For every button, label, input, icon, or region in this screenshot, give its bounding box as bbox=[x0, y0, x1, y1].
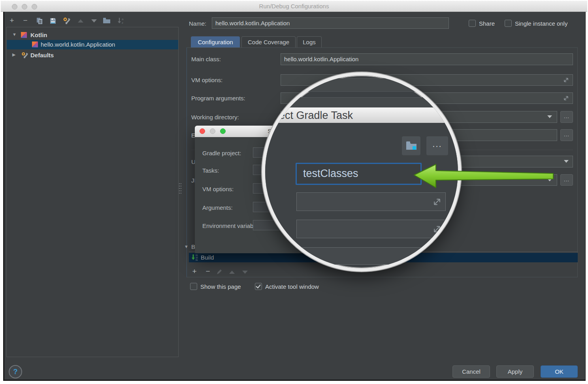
run-debug-configurations-window: Run/Debug Configurations + − az ▼ Kotlin bbox=[0, 0, 588, 384]
single-instance-label[interactable]: Single instance only bbox=[515, 20, 567, 27]
magnified-browse-button[interactable]: ... bbox=[426, 136, 448, 155]
dialog-vm-options-label: VM options: bbox=[202, 186, 234, 192]
tasks-label: Tasks: bbox=[202, 167, 219, 174]
program-arguments-label: Program arguments: bbox=[191, 95, 245, 102]
kotlin-icon bbox=[32, 41, 38, 49]
activate-tool-window-checkbox[interactable] bbox=[255, 283, 262, 290]
folder-group-icon[interactable] bbox=[102, 17, 111, 26]
tab-code-coverage[interactable]: Code Coverage bbox=[241, 36, 296, 48]
move-up-icon[interactable] bbox=[78, 19, 83, 23]
chevron-down-icon[interactable] bbox=[547, 115, 552, 118]
tree-item-label[interactable]: Kotlin bbox=[30, 32, 47, 38]
gradle-project-label: Gradle project: bbox=[202, 150, 241, 156]
single-instance-checkbox[interactable] bbox=[505, 20, 512, 27]
tree-item-defaults[interactable]: ▶ Defaults bbox=[7, 51, 178, 60]
tree-item-label[interactable]: hello.world.kotlin.Application bbox=[41, 41, 115, 48]
vm-options-label: VM options: bbox=[191, 77, 222, 83]
remove-configuration-button[interactable]: − bbox=[21, 17, 30, 25]
main-class-input[interactable]: hello.world.kotlin.Application bbox=[281, 53, 573, 65]
magnified-folder-button[interactable] bbox=[402, 136, 420, 155]
chevron-collapsed-icon[interactable]: ▶ bbox=[12, 52, 15, 57]
folder-icon bbox=[406, 141, 417, 150]
tree-item-label[interactable]: Defaults bbox=[30, 52, 54, 58]
show-this-page-checkbox[interactable] bbox=[190, 283, 197, 290]
before-launch-collapse-icon[interactable]: ▼ bbox=[184, 244, 188, 249]
ok-button[interactable]: OK bbox=[541, 365, 578, 378]
move-up-icon[interactable] bbox=[229, 271, 235, 274]
configurations-tree: ▼ Kotlin hello.world.kotlin.Application … bbox=[6, 27, 179, 357]
activate-tool-window-label[interactable]: Activate tool window bbox=[265, 283, 319, 290]
tab-configuration[interactable]: Configuration bbox=[191, 36, 240, 48]
chevron-expanded-icon[interactable]: ▼ bbox=[12, 32, 17, 37]
working-directory-label: Working directory: bbox=[191, 114, 239, 120]
move-down-icon[interactable] bbox=[242, 271, 248, 274]
copy-configuration-icon[interactable] bbox=[35, 17, 44, 26]
share-label[interactable]: Share bbox=[479, 20, 495, 27]
main-class-label: Main class: bbox=[191, 56, 221, 62]
show-this-page-label[interactable]: Show this page bbox=[200, 283, 241, 290]
magnified-vm-options-input[interactable] bbox=[296, 192, 446, 211]
magnified-arguments-input[interactable] bbox=[296, 220, 446, 238]
edit-defaults-icon[interactable] bbox=[62, 17, 71, 26]
name-input[interactable]: hello.world.kotlin.Application bbox=[212, 17, 449, 29]
window-titlebar: Run/Debug Configurations bbox=[1, 1, 587, 12]
save-configuration-icon[interactable] bbox=[48, 17, 58, 26]
build-icon: 011001 bbox=[191, 254, 199, 263]
jre-browse-button[interactable]: ... bbox=[560, 174, 573, 186]
expand-field-icon[interactable] bbox=[432, 197, 442, 207]
help-button[interactable]: ? bbox=[9, 365, 22, 378]
callout-arrow bbox=[411, 160, 557, 192]
svg-text:01: 01 bbox=[196, 259, 198, 261]
name-label: Name: bbox=[189, 20, 206, 27]
expand-field-icon[interactable] bbox=[563, 95, 569, 102]
move-down-icon[interactable] bbox=[91, 19, 97, 23]
sort-alphabetically-icon[interactable]: az bbox=[116, 17, 126, 26]
tab-logs[interactable]: Logs bbox=[297, 36, 322, 48]
svg-text:z: z bbox=[122, 21, 123, 24]
check-icon bbox=[256, 283, 260, 288]
edit-pencil-icon[interactable] bbox=[216, 269, 222, 277]
chevron-down-icon[interactable] bbox=[564, 160, 569, 163]
before-launch-item-label: Build bbox=[201, 254, 214, 261]
working-directory-browse-button[interactable]: ... bbox=[560, 111, 573, 123]
before-launch-add-button[interactable]: + bbox=[189, 267, 200, 276]
share-checkbox[interactable] bbox=[469, 20, 476, 27]
tree-item-application-selected[interactable]: hello.world.kotlin.Application bbox=[7, 40, 178, 49]
cancel-button[interactable]: Cancel bbox=[452, 365, 490, 378]
svg-text:a: a bbox=[122, 17, 124, 21]
apply-button[interactable]: Apply bbox=[496, 365, 534, 378]
add-configuration-button[interactable]: + bbox=[7, 17, 17, 25]
kotlin-icon bbox=[21, 32, 27, 39]
environment-variables-browse-button[interactable]: ... bbox=[560, 129, 573, 141]
tree-item-kotlin-group[interactable]: ▼ Kotlin bbox=[7, 30, 178, 40]
window-title: Run/Debug Configurations bbox=[1, 3, 587, 9]
before-launch-remove-button[interactable]: − bbox=[203, 267, 213, 276]
arguments-label: Arguments: bbox=[202, 204, 233, 211]
panel-splitter[interactable] bbox=[179, 183, 182, 195]
magnified-tasks-input[interactable]: testClasses bbox=[296, 163, 422, 185]
defaults-gear-icon bbox=[21, 52, 28, 60]
expand-field-icon[interactable] bbox=[563, 77, 569, 83]
